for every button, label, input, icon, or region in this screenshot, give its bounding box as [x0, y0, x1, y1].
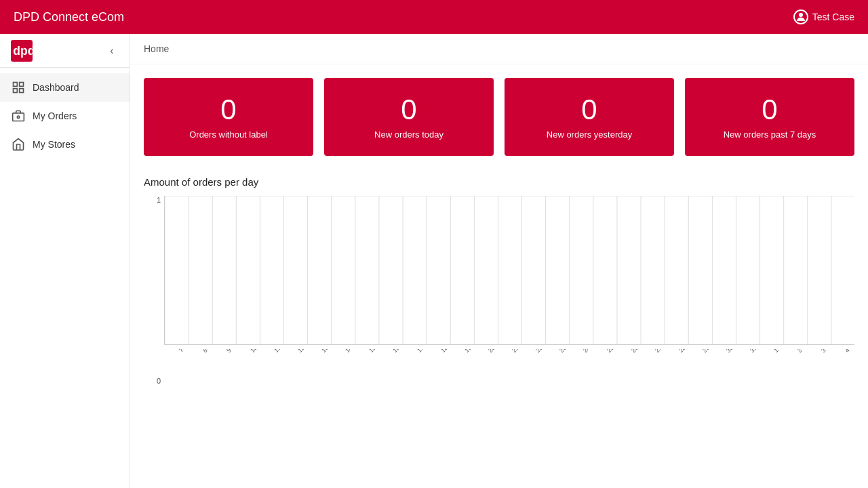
chart-x-label: 29-3-2022: [701, 349, 726, 354]
svg-rect-7: [13, 113, 24, 121]
sidebar-item-dashboard-label: Dashboard: [33, 82, 79, 93]
chart-x-label: 20-3-2022: [487, 349, 511, 354]
stat-label-orders-without-label: Orders without label: [189, 129, 268, 140]
chart-area: [164, 196, 854, 345]
chart-x-label: 21-3-2022: [511, 349, 535, 354]
stat-number-new-orders-today: 0: [401, 94, 416, 125]
chart-x-label: 10-3-2022: [249, 349, 273, 354]
chart-x-label: 4-4-2022: [844, 349, 854, 354]
chart-x-label: 15-3-2022: [368, 349, 392, 354]
y-min-label: 0: [144, 377, 161, 385]
stat-number-orders-without-label: 0: [220, 94, 236, 125]
chart-x-label: 31-3-2022: [749, 349, 773, 354]
stat-card-new-orders-today: 0 New orders today: [324, 78, 494, 156]
chart-x-label: 9-3-2022: [225, 349, 248, 354]
stat-card-orders-without-label: 0 Orders without label: [144, 78, 313, 156]
svg-rect-4: [20, 83, 24, 87]
svg-rect-6: [20, 89, 24, 93]
chart-x-label: 13-3-2022: [320, 349, 344, 354]
stat-label-new-orders-today: New orders today: [374, 129, 443, 140]
chart-x-label: 12-3-2022: [296, 349, 321, 354]
stats-grid: 0 Orders without label 0 New orders toda…: [144, 78, 854, 156]
chart-x-label: 14-3-2022: [344, 349, 368, 354]
chart-x-label: 27-3-2022: [654, 349, 678, 354]
chart-x-label: 22-3-2022: [534, 349, 559, 354]
chart-x-label: 17-3-2022: [416, 349, 440, 354]
svg-point-0: [799, 13, 803, 17]
svg-text:dpd: dpd: [13, 44, 33, 58]
svg-point-8: [17, 116, 19, 118]
breadcrumb: Home: [130, 34, 868, 64]
chart-x-label: 26-3-2022: [630, 349, 654, 354]
stat-label-new-orders-yesterday: New orders yesterday: [547, 129, 632, 140]
stat-number-new-orders-past-7-days: 0: [762, 94, 777, 125]
sidebar-item-my-stores[interactable]: My Stores: [0, 130, 130, 159]
chart-x-label: 7-3-2022: [178, 349, 200, 354]
dashboard-icon: [11, 80, 26, 95]
breadcrumb-text: Home: [144, 43, 169, 54]
sidebar-nav: Dashboard My Orders: [0, 68, 130, 164]
y-axis: 1 0: [144, 196, 161, 386]
user-avatar-icon: [793, 9, 808, 24]
chart-x-label: 23-3-2022: [558, 349, 583, 354]
my-orders-icon: [11, 108, 26, 123]
stat-number-new-orders-yesterday: 0: [581, 94, 597, 125]
user-name: Test Case: [812, 12, 854, 22]
chart-grid: [165, 196, 854, 344]
chart-title: Amount of orders per day: [144, 176, 854, 188]
y-max-label: 1: [144, 196, 161, 204]
sidebar-header: dpd ‹: [0, 34, 130, 68]
header: DPD Connect eCom Test Case: [0, 0, 868, 34]
chart-x-label: 8-3-2022: [201, 349, 224, 354]
svg-rect-5: [14, 89, 18, 93]
my-stores-icon: [11, 137, 26, 152]
chart-x-label: 11-3-2022: [273, 349, 297, 354]
user-menu[interactable]: Test Case: [793, 9, 854, 24]
stat-card-new-orders-yesterday: 0 New orders yesterday: [505, 78, 674, 156]
sidebar: dpd ‹ Dashboard: [0, 34, 130, 488]
sidebar-item-my-stores-label: My Stores: [33, 139, 75, 150]
chart-x-label: 3-4-2022: [820, 349, 842, 354]
sidebar-item-dashboard[interactable]: Dashboard: [0, 73, 130, 102]
chart-x-label: 1-4-2022: [772, 349, 795, 354]
chart-x-label: 16-3-2022: [391, 349, 416, 354]
chart-x-label: 18-3-2022: [439, 349, 464, 354]
chart-wrapper: 1 0 7-3-20228-3-20229-3-202210-3-202211-…: [144, 196, 854, 386]
sidebar-item-my-orders-label: My Orders: [33, 110, 77, 121]
svg-rect-3: [14, 83, 18, 87]
chart-x-label: 30-3-2022: [725, 349, 749, 354]
chart-x-label: 24-3-2022: [582, 349, 606, 354]
chart-x-label: 25-3-2022: [606, 349, 630, 354]
main-layout: dpd ‹ Dashboard: [0, 34, 868, 488]
main-content: Home 0 Orders without label 0 New orders…: [130, 34, 868, 488]
chart-x-label: 28-3-2022: [677, 349, 702, 354]
chart-x-label: 2-4-2022: [796, 349, 818, 354]
dpd-logo-icon: dpd: [11, 40, 33, 62]
stat-card-new-orders-past-7-days: 0 New orders past 7 days: [685, 78, 854, 156]
chart-section: Amount of orders per day 1 0 7-3-20228-3…: [144, 176, 854, 386]
app-title: DPD Connect eCom: [14, 10, 124, 24]
chart-x-label: 19-3-2022: [463, 349, 488, 354]
chart-x-labels: 7-3-20228-3-20229-3-202210-3-202211-3-20…: [164, 349, 854, 386]
dpd-logo: dpd: [11, 40, 33, 62]
dashboard-content: 0 Orders without label 0 New orders toda…: [130, 64, 868, 400]
stat-label-new-orders-past-7-days: New orders past 7 days: [724, 129, 816, 140]
sidebar-collapse-button[interactable]: ‹: [105, 44, 119, 58]
sidebar-item-my-orders[interactable]: My Orders: [0, 102, 130, 130]
